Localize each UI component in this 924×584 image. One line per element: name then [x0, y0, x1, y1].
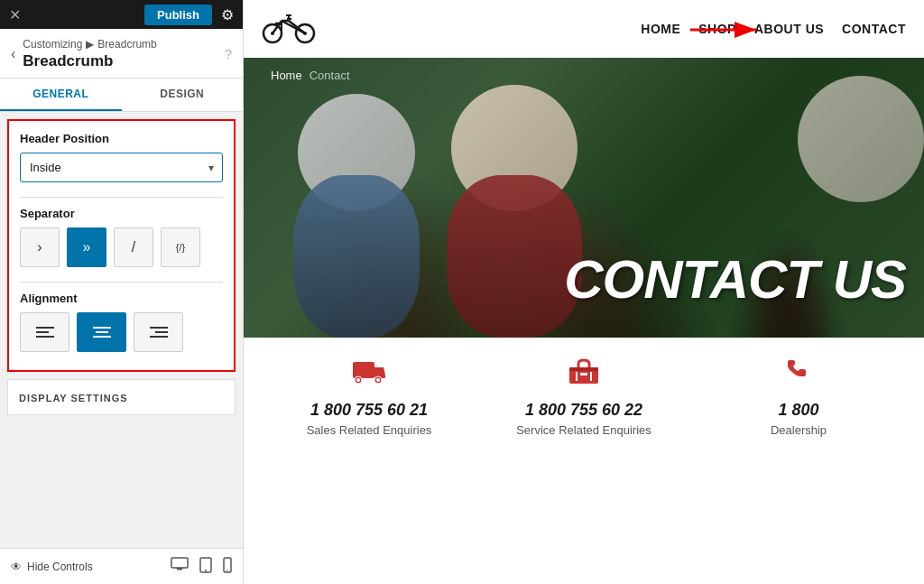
top-bar-right: Publish ⚙	[144, 5, 234, 25]
svg-rect-39	[569, 367, 598, 371]
mobile-icon[interactable]	[223, 557, 232, 577]
align-left-icon	[36, 325, 54, 339]
sales-phone: 1 800 755 60 21	[310, 401, 428, 420]
bottom-bar: 👁 Hide Controls	[0, 548, 243, 584]
publish-button[interactable]: Publish	[144, 5, 212, 25]
red-arrow	[686, 16, 767, 47]
svg-point-13	[205, 570, 207, 571]
site-header: HOME SHOP ABOUT US CONTACT	[244, 0, 924, 58]
nav-home[interactable]: HOME	[641, 22, 680, 36]
back-arrow[interactable]: ‹	[11, 46, 15, 62]
service-desc: Service Related Enquiries	[516, 423, 651, 437]
help-icon[interactable]: ?	[225, 47, 232, 61]
svg-rect-3	[93, 327, 111, 329]
panel-content: Header Position Inside Outside None ▾ Se…	[0, 112, 243, 548]
dealership-phone: 1 800	[778, 401, 818, 420]
svg-point-36	[356, 378, 360, 382]
body-left	[293, 175, 420, 338]
svg-rect-11	[176, 568, 183, 569]
hero-title: CONTACT US	[564, 248, 906, 311]
alignment-field: Alignment	[20, 292, 223, 352]
separator-bracket-btn[interactable]: {/}	[161, 227, 200, 267]
header-position-select-wrapper: Inside Outside None ▾	[20, 153, 223, 182]
dealership-desc: Dealership	[771, 423, 827, 437]
info-section: 1 800 755 60 21 Sales Related Enquiries …	[244, 338, 924, 584]
divider-1	[20, 197, 223, 198]
breadcrumb-customizing: Customizing	[23, 38, 82, 51]
svg-rect-40	[580, 373, 587, 375]
separator-angle-btn[interactable]: ›	[20, 227, 60, 267]
breadcrumb-nav: ‹ Customizing ▶ Breadcrumb Breadcrumb ?	[0, 29, 243, 79]
tabs: GENERAL DESIGN	[0, 79, 243, 112]
info-item-service: 1 800 755 60 22 Service Related Enquirie…	[476, 356, 691, 437]
separator-slash-btn[interactable]: /	[114, 227, 153, 267]
align-center-icon	[93, 325, 111, 339]
top-bar: ✕ Publish ⚙	[0, 0, 243, 29]
breadcrumb-arrow: ▶	[86, 38, 94, 51]
tablet-icon[interactable]	[199, 557, 212, 577]
svg-rect-7	[155, 331, 168, 333]
display-settings-label: DISPLAY SETTINGS	[19, 393, 128, 403]
site-nav: HOME SHOP ABOUT US CONTACT	[641, 22, 906, 36]
divider-2	[20, 282, 223, 283]
right-panel: HOME SHOP ABOUT US CONTACT Home Cont	[244, 0, 924, 584]
body-right	[447, 175, 582, 338]
red-arrow-svg	[686, 16, 767, 43]
header-position-label: Header Position	[20, 132, 223, 145]
align-center-btn[interactable]	[77, 312, 126, 352]
display-settings-bar: DISPLAY SETTINGS	[7, 379, 236, 415]
hero-breadcrumb-home[interactable]: Home	[271, 69, 302, 82]
breadcrumb-path: Customizing ▶ Breadcrumb	[23, 38, 217, 51]
separator-label: Separator	[20, 207, 223, 220]
separator-double-angle-btn[interactable]: »	[67, 227, 106, 267]
header-position-select[interactable]: Inside Outside None	[20, 153, 223, 182]
breadcrumb-title: Breadcrumb	[23, 52, 217, 70]
separator-field: Separator › » / {/}	[20, 207, 223, 267]
helmet-far-right	[798, 76, 924, 202]
left-panel: ✕ Publish ⚙ ‹ Customizing ▶ Breadcrumb B…	[0, 0, 244, 584]
info-item-dealership: 1 800 Dealership	[691, 356, 906, 437]
separator-buttons: › » / {/}	[20, 227, 223, 267]
truck-icon	[351, 356, 387, 394]
nav-contact[interactable]: CONTACT	[842, 22, 906, 36]
toolbox-icon	[566, 356, 602, 394]
bicycle-logo	[262, 8, 316, 44]
site-logo	[262, 8, 316, 51]
svg-point-15	[226, 570, 228, 571]
hero-section: Home Contact CONTACT US	[244, 58, 924, 338]
svg-rect-8	[150, 336, 168, 338]
hide-controls-btn[interactable]: 👁 Hide Controls	[11, 561, 93, 573]
svg-rect-10	[177, 569, 182, 570]
alignment-label: Alignment	[20, 292, 223, 305]
align-right-icon	[150, 325, 168, 339]
svg-point-37	[376, 378, 380, 382]
eye-icon: 👁	[11, 561, 22, 573]
svg-rect-9	[171, 558, 188, 568]
hero-breadcrumb: Home Contact	[244, 58, 924, 93]
device-icons	[171, 557, 232, 577]
info-item-sales: 1 800 755 60 21 Sales Related Enquiries	[262, 356, 476, 437]
svg-rect-32	[353, 362, 374, 378]
tab-general[interactable]: GENERAL	[0, 79, 122, 111]
tab-design[interactable]: DESIGN	[122, 79, 244, 111]
svg-rect-1	[36, 331, 49, 333]
align-left-btn[interactable]	[20, 312, 69, 352]
breadcrumb-nav-inner: Customizing ▶ Breadcrumb Breadcrumb	[23, 38, 217, 70]
gear-icon[interactable]: ⚙	[221, 6, 234, 23]
alignment-buttons	[20, 312, 223, 352]
service-phone: 1 800 755 60 22	[525, 401, 642, 420]
align-right-btn[interactable]	[134, 312, 183, 352]
sales-desc: Sales Related Enquiries	[307, 423, 432, 437]
svg-rect-5	[93, 336, 111, 338]
svg-rect-4	[96, 331, 108, 333]
phone-icon	[781, 356, 817, 394]
svg-rect-0	[36, 327, 54, 329]
hero-breadcrumb-separator: Contact	[310, 69, 350, 82]
breadcrumb-section: Breadcrumb	[97, 38, 156, 51]
svg-rect-6	[150, 327, 168, 329]
desktop-icon[interactable]	[171, 557, 189, 577]
svg-rect-2	[36, 336, 54, 338]
hide-controls-label: Hide Controls	[27, 561, 93, 573]
header-position-field: Header Position Inside Outside None ▾	[20, 132, 223, 182]
close-button[interactable]: ✕	[9, 6, 21, 23]
